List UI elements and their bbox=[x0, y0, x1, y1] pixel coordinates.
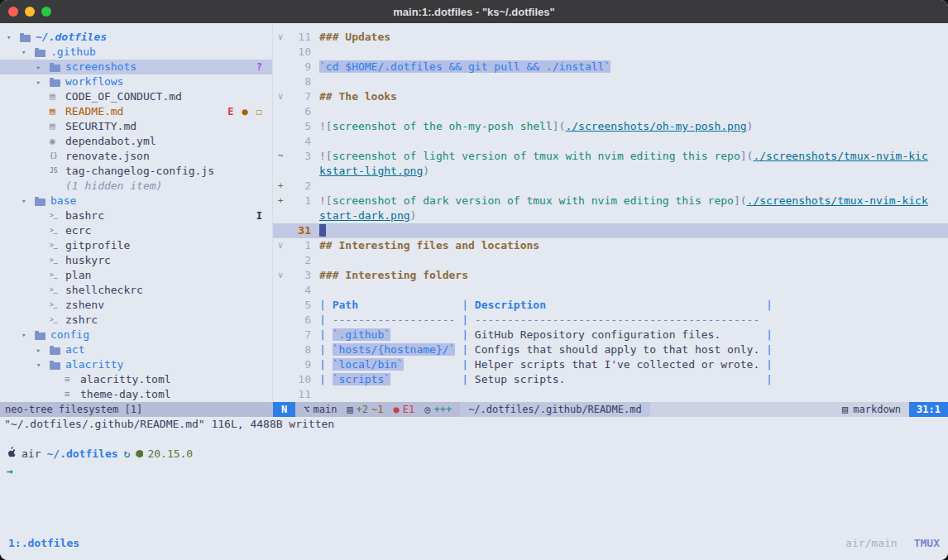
shell-file-icon: >_ bbox=[50, 208, 64, 223]
line-number: 5 bbox=[288, 298, 311, 313]
minimize-button[interactable] bbox=[25, 7, 35, 17]
tree-item-base[interactable]: ▾base bbox=[0, 194, 272, 208]
tree-item-zshrc[interactable]: >_zshrc bbox=[0, 313, 272, 328]
line-number: 31 bbox=[288, 223, 311, 238]
tree-item-config[interactable]: ▾config bbox=[0, 328, 272, 342]
line-number: 11 bbox=[288, 30, 311, 45]
tree-item-label: (1 hidden item) bbox=[64, 179, 162, 194]
tree-item-label: plan bbox=[64, 268, 91, 283]
tree-item-ecrc[interactable]: >_ecrc bbox=[0, 223, 272, 238]
tree-item-label: workflows bbox=[64, 74, 123, 89]
close-button[interactable] bbox=[8, 7, 18, 17]
file-icon: ▤ bbox=[50, 104, 64, 119]
row-badges: E●☐ bbox=[227, 104, 272, 119]
tree-item-code-of-conduct-md[interactable]: ▤CODE_OF_CONDUCT.md bbox=[0, 89, 272, 104]
folder-icon bbox=[50, 63, 64, 72]
editor-line[interactable]: +2 bbox=[273, 179, 948, 194]
expand-arrow-icon[interactable]: ▸ bbox=[36, 342, 50, 357]
git-branch-name: main bbox=[313, 402, 337, 417]
tree-item-label: bashrc bbox=[64, 208, 104, 223]
editor-line[interactable]: 9| `local/bin` | Helper scripts that I'v… bbox=[273, 357, 948, 372]
indent-space bbox=[36, 89, 50, 104]
tree-item-theme-day-toml[interactable]: ≡theme-day.toml bbox=[0, 387, 272, 402]
editor-pane[interactable]: ∨11### Updates 10 9`cd $HOME/.dotfiles &… bbox=[273, 23, 948, 402]
editor-line[interactable]: 31 bbox=[273, 223, 948, 238]
shell-file-icon: >_ bbox=[50, 268, 64, 283]
shell-file-icon: >_ bbox=[50, 283, 64, 298]
line-number: 2 bbox=[288, 179, 311, 194]
editor-line[interactable]: ∨11### Updates bbox=[273, 30, 948, 45]
file-icon: ▤ bbox=[50, 89, 64, 104]
editor-line[interactable]: ~3![screenshot of light version of tmux … bbox=[273, 149, 948, 164]
line-number: 1 bbox=[288, 238, 311, 253]
tree-item-security-md[interactable]: ▤SECURITY.md bbox=[0, 119, 272, 134]
tree-item-renovate-json[interactable]: {}renovate.json bbox=[0, 149, 272, 164]
tree-item-readme-md[interactable]: ▤README.mdE●☐ bbox=[0, 104, 272, 119]
editor-line[interactable]: 2 bbox=[273, 253, 948, 268]
tree-item-dotfiles[interactable]: ▾~/.dotfiles bbox=[0, 30, 272, 45]
editor-line[interactable]: 5| Path | Description | bbox=[273, 298, 948, 313]
editor-line[interactable]: 9`cd $HOME/.dotfiles && git pull && ./in… bbox=[273, 60, 948, 74]
tree-item-workflows[interactable]: ▸workflows bbox=[0, 74, 272, 89]
tree-item-shellcheckrc[interactable]: >_shellcheckrc bbox=[0, 283, 272, 298]
terminal-content: ▾~/.dotfiles▾.github▸screenshots?▸workfl… bbox=[0, 23, 948, 560]
neotree-panel[interactable]: ▾~/.dotfiles▾.github▸screenshots?▸workfl… bbox=[0, 23, 273, 402]
editor-line[interactable]: 7| `.github` | GitHub Repository configu… bbox=[273, 328, 948, 342]
editor-line[interactable]: 8 bbox=[273, 74, 948, 89]
editor-line[interactable]: 6 bbox=[273, 104, 948, 119]
sign-column bbox=[273, 387, 288, 402]
tree-item-label: config bbox=[49, 328, 89, 342]
editor-line[interactable]: 8| `hosts/{hostname}/` | Configs that sh… bbox=[273, 342, 948, 357]
tmux-window-tab[interactable]: 1:.dotfiles bbox=[8, 537, 79, 549]
editor-line[interactable]: 5![screenshot of the oh-my-posh shell](.… bbox=[273, 119, 948, 134]
tree-item-tag-changelog-config-js[interactable]: JStag-changelog-config.js bbox=[0, 164, 272, 179]
indent-space bbox=[36, 283, 50, 298]
zoom-button[interactable] bbox=[41, 7, 51, 17]
editor-line[interactable]: 4 bbox=[273, 134, 948, 149]
editor-line[interactable]: 11 bbox=[273, 387, 948, 402]
tree-item-plan[interactable]: >_plan bbox=[0, 268, 272, 283]
editor-line[interactable]: 4 bbox=[273, 283, 948, 298]
tree-item-gitprofile[interactable]: >_gitprofile bbox=[0, 238, 272, 253]
expand-arrow-icon[interactable]: ▸ bbox=[36, 60, 50, 74]
git-branch-icon: ⌥ bbox=[304, 402, 309, 417]
tree-item-label: alacritty.toml bbox=[79, 372, 171, 387]
tree-item-bashrc[interactable]: >_bashrcI bbox=[0, 208, 272, 223]
git-unstaged-badge: ☐ bbox=[256, 104, 262, 119]
line-number: 5 bbox=[288, 119, 311, 134]
expand-arrow-icon[interactable]: ▾ bbox=[7, 30, 20, 45]
indent-space bbox=[36, 134, 50, 149]
window-titlebar[interactable]: main:1:.dotfiles - "ks~/.dotfiles" bbox=[0, 0, 948, 23]
editor-line[interactable]: 10| `scripts` | Setup scripts. | bbox=[273, 372, 948, 387]
tree-item-dependabot-yml[interactable]: ◉dependabot.yml bbox=[0, 134, 272, 149]
editor-line[interactable]: 10 bbox=[273, 45, 948, 60]
tree-item-label: theme-day.toml bbox=[79, 387, 171, 402]
shell-output-area[interactable]: air ~/.dotfiles ↻ 20.15.0 → bbox=[0, 432, 948, 535]
expand-arrow-icon[interactable]: ▾ bbox=[22, 328, 35, 342]
fold-open-icon: ∨ bbox=[273, 89, 288, 104]
editor-line[interactable]: +1![screenshot of dark version of tmux w… bbox=[273, 194, 948, 208]
editor-line[interactable]: kstart-light.png) bbox=[273, 164, 948, 179]
tree-item-label: .github bbox=[49, 45, 96, 60]
expand-arrow-icon[interactable]: ▾ bbox=[22, 45, 35, 60]
tree-item-github[interactable]: ▾.github bbox=[0, 45, 272, 60]
tree-item-act[interactable]: ▸act bbox=[0, 342, 272, 357]
editor-line[interactable]: ∨7## The looks bbox=[273, 89, 948, 104]
editor-line[interactable]: ∨3### Interesting folders bbox=[273, 268, 948, 283]
tree-item-alacritty[interactable]: ▾alacritty bbox=[0, 357, 272, 372]
tree-item-1-hidden-item[interactable]: (1 hidden item) bbox=[0, 179, 272, 194]
tree-item-huskyrc[interactable]: >_huskyrc bbox=[0, 253, 272, 268]
prompt-arrow[interactable]: → bbox=[7, 462, 13, 480]
tree-item-screenshots[interactable]: ▸screenshots? bbox=[0, 60, 272, 74]
expand-arrow-icon[interactable]: ▾ bbox=[22, 194, 35, 208]
vim-command-line[interactable]: "~/.dotfiles/.github/README.md" 116L, 44… bbox=[0, 417, 948, 432]
editor-line[interactable]: ∨1## Interesting files and locations bbox=[273, 238, 948, 253]
editor-line[interactable]: start-dark.png) bbox=[273, 208, 948, 223]
node-version: 20.15.0 bbox=[147, 445, 193, 462]
expand-arrow-icon[interactable]: ▸ bbox=[36, 74, 50, 89]
editor-line[interactable]: 6| ------------------- | ---------------… bbox=[273, 313, 948, 328]
tree-item-alacritty-toml[interactable]: ≡alacritty.toml bbox=[0, 372, 272, 387]
line-number: 9 bbox=[288, 60, 311, 74]
expand-arrow-icon[interactable]: ▾ bbox=[36, 357, 50, 372]
tree-item-zshenv[interactable]: >_zshenv bbox=[0, 298, 272, 313]
